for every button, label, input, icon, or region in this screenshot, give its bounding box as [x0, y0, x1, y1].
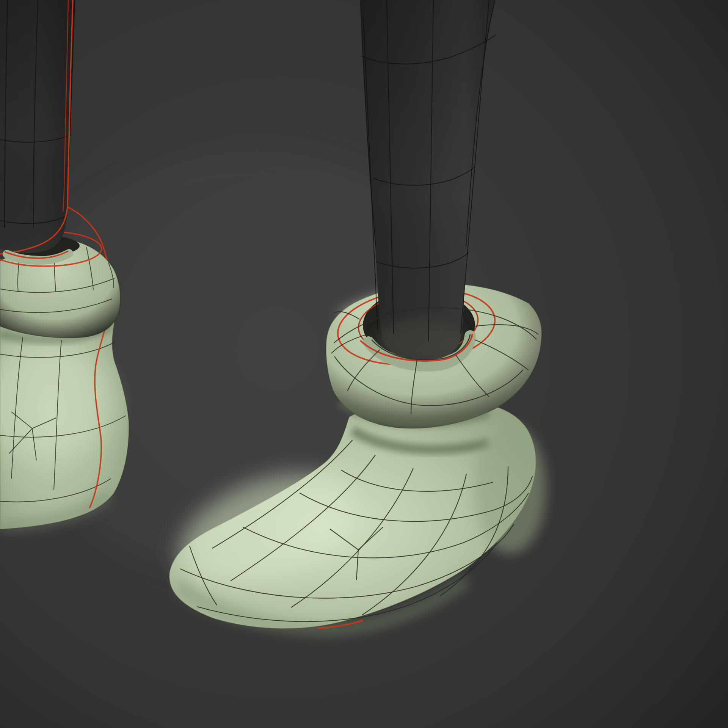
- right-boot-heel-shade: [474, 425, 546, 554]
- viewport-canvas[interactable]: [0, 0, 728, 728]
- left-leg-vertical-shade: [0, 0, 75, 253]
